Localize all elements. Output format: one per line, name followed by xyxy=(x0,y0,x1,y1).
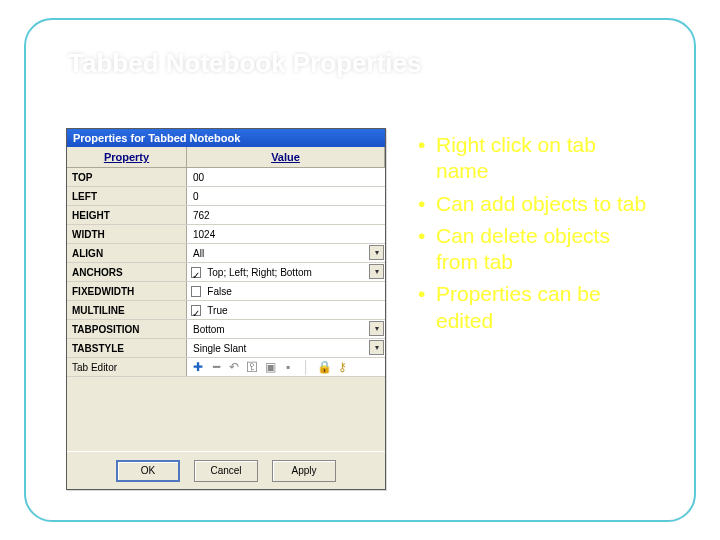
property-label: HEIGHT xyxy=(67,206,187,224)
lock-icon[interactable]: 🔒 xyxy=(317,360,331,374)
value-input[interactable] xyxy=(191,338,381,359)
dialog-titlebar: Properties for Tabbed Notebook xyxy=(67,129,385,147)
property-value-cell[interactable]: ▾ xyxy=(187,263,385,281)
save-icon[interactable]: ▪ xyxy=(281,360,295,374)
property-label: TOP xyxy=(67,168,187,186)
property-label: TABPOSITION xyxy=(67,320,187,338)
value-input[interactable] xyxy=(205,262,381,283)
slide-content: Properties for Tabbed Notebook Property … xyxy=(66,128,654,490)
cancel-button[interactable]: Cancel xyxy=(194,460,258,482)
value-input[interactable] xyxy=(191,319,381,340)
chevron-down-icon[interactable]: ▾ xyxy=(369,340,384,355)
property-row: ANCHORS▾ xyxy=(67,263,385,282)
property-row: WIDTH xyxy=(67,225,385,244)
property-row: MULTILINE xyxy=(67,301,385,320)
slide-frame: Tabbed Notebook Properties Properties fo… xyxy=(24,18,696,522)
property-value-cell[interactable]: ▾ xyxy=(187,320,385,338)
property-rows: TOPLEFTHEIGHTWIDTHALIGN▾ANCHORS▾FIXEDWID… xyxy=(67,168,385,377)
property-value-cell[interactable] xyxy=(187,282,385,300)
property-value-cell[interactable] xyxy=(187,301,385,319)
property-row: FIXEDWIDTH xyxy=(67,282,385,301)
property-row: TABSTYLE▾ xyxy=(67,339,385,358)
property-label: ALIGN xyxy=(67,244,187,262)
property-row: ALIGN▾ xyxy=(67,244,385,263)
property-label: Tab Editor xyxy=(67,358,187,376)
plus-icon[interactable]: ✚ xyxy=(191,360,205,374)
chevron-down-icon[interactable]: ▾ xyxy=(369,264,384,279)
column-header-property[interactable]: Property xyxy=(67,147,187,167)
open-icon[interactable]: ▣ xyxy=(263,360,277,374)
property-value-cell[interactable]: ✚━↶⚿▣▪│🔒⚷ xyxy=(187,358,385,376)
bullet-item: Right click on tab name xyxy=(414,132,654,185)
undo-icon[interactable]: ↶ xyxy=(227,360,241,374)
sep-icon: │ xyxy=(299,360,313,374)
property-row: TABPOSITION▾ xyxy=(67,320,385,339)
property-value-cell[interactable]: ▾ xyxy=(187,244,385,262)
checkbox[interactable] xyxy=(191,286,201,297)
dialog-empty-area xyxy=(67,377,385,451)
dialog-button-bar: OK Cancel Apply xyxy=(67,451,385,489)
ok-button[interactable]: OK xyxy=(116,460,180,482)
slide-title: Tabbed Notebook Properties xyxy=(68,48,668,79)
bullet-list: Right click on tab nameCan add objects t… xyxy=(414,128,654,490)
value-input[interactable] xyxy=(191,186,381,207)
property-label: FIXEDWIDTH xyxy=(67,282,187,300)
grid-header: Property Value xyxy=(67,147,385,168)
property-label: TABSTYLE xyxy=(67,339,187,357)
property-value-cell[interactable] xyxy=(187,187,385,205)
checkbox[interactable] xyxy=(191,267,201,278)
checkbox[interactable] xyxy=(191,305,201,316)
value-input[interactable] xyxy=(191,205,381,226)
property-value-cell[interactable]: ▾ xyxy=(187,339,385,357)
properties-dialog: Properties for Tabbed Notebook Property … xyxy=(66,128,386,490)
property-label: MULTILINE xyxy=(67,301,187,319)
property-label: LEFT xyxy=(67,187,187,205)
property-value-cell[interactable] xyxy=(187,206,385,224)
value-input[interactable] xyxy=(205,281,381,302)
property-label: WIDTH xyxy=(67,225,187,243)
keyhole-icon[interactable]: ⚷ xyxy=(335,360,349,374)
value-input[interactable] xyxy=(205,300,381,321)
value-input[interactable] xyxy=(191,167,381,188)
value-input[interactable] xyxy=(191,243,381,264)
bullet-item: Can delete objects from tab xyxy=(414,223,654,276)
property-value-cell[interactable] xyxy=(187,225,385,243)
apply-button[interactable]: Apply xyxy=(272,460,336,482)
bullet-item: Properties can be edited xyxy=(414,281,654,334)
chevron-down-icon[interactable]: ▾ xyxy=(369,321,384,336)
property-row: LEFT xyxy=(67,187,385,206)
key-icon[interactable]: ⚿ xyxy=(245,360,259,374)
property-label: ANCHORS xyxy=(67,263,187,281)
property-row: HEIGHT xyxy=(67,206,385,225)
minus-icon[interactable]: ━ xyxy=(209,360,223,374)
property-row: Tab Editor✚━↶⚿▣▪│🔒⚷ xyxy=(67,358,385,377)
property-row: TOP xyxy=(67,168,385,187)
chevron-down-icon[interactable]: ▾ xyxy=(369,245,384,260)
bullet-item: Can add objects to tab xyxy=(414,191,654,217)
value-input[interactable] xyxy=(191,224,381,245)
property-value-cell[interactable] xyxy=(187,168,385,186)
column-header-value[interactable]: Value xyxy=(187,147,385,167)
